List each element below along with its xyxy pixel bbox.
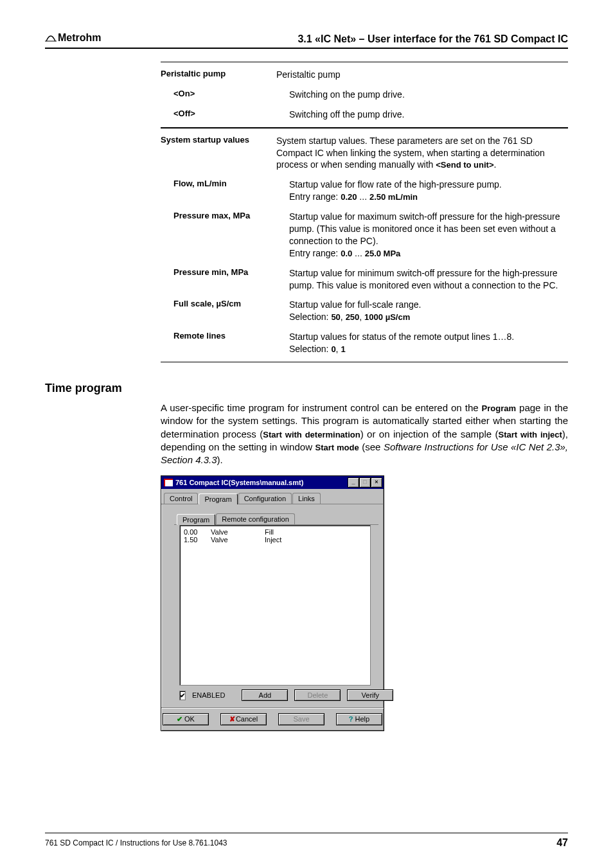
program-list[interactable]: 0.00ValveFill1.50ValveInject: [179, 525, 371, 686]
brand-text: Metrohm: [58, 32, 102, 44]
brand-logo: Metrohm: [45, 32, 102, 44]
tab-links[interactable]: Links: [292, 493, 321, 504]
program-dialog: 761 Compact IC(Systems\manual.smt) _ □ ×…: [161, 475, 384, 731]
minimize-button[interactable]: _: [348, 477, 359, 488]
time-program-paragraph: A user-specific time program for instrum…: [161, 402, 568, 466]
definition-row: Full scale, µS/cmStartup value for full-…: [161, 295, 568, 327]
metrohm-icon: [45, 33, 57, 42]
definition-desc: Switching on the pump drive.: [289, 89, 568, 101]
program-time: 0.00: [184, 528, 211, 536]
maximize-button: □: [359, 477, 371, 488]
definition-label: System startup values: [161, 135, 276, 145]
section-title: 3.1 «IC Net» – User interface for the 76…: [298, 33, 568, 45]
definition-desc: Startup value for maximum switch-off pre…: [289, 211, 568, 260]
verify-button[interactable]: Verify: [347, 689, 393, 701]
page-footer: 761 SD Compact IC / Instructions for Use…: [45, 833, 568, 849]
program-time: 1.50: [184, 536, 211, 544]
definition-desc: Startup values for status of the remote …: [289, 331, 568, 355]
definition-label: Flow, mL/min: [161, 179, 289, 188]
outer-tabstrip: ControlProgramConfigurationLinks: [161, 489, 384, 504]
program-argument: Inject: [265, 536, 366, 544]
definition-desc: Peristaltic pump: [276, 69, 568, 81]
close-button[interactable]: ×: [371, 477, 382, 488]
program-command: Valve: [211, 536, 265, 544]
enabled-checkbox[interactable]: ✔: [179, 691, 186, 700]
enabled-label: ENABLED: [192, 691, 225, 699]
time-program-heading: Time program: [45, 382, 568, 395]
dialog-title: 761 Compact IC(Systems\manual.smt): [175, 479, 303, 486]
definition-table: Peristaltic pumpPeristaltic pump<On>Swit…: [161, 62, 568, 362]
definition-row: System startup valuesSystem startup valu…: [161, 128, 568, 175]
definition-row: <On>Switching on the pump drive.: [161, 85, 568, 105]
definition-label: Remote lines: [161, 331, 289, 341]
dialog-app-icon: [164, 479, 173, 486]
program-row[interactable]: 1.50ValveInject: [184, 536, 366, 544]
definition-row: Pressure max, MPaStartup value for maxim…: [161, 207, 568, 263]
definition-row: Peristaltic pumpPeristaltic pump: [161, 62, 568, 85]
definition-row: Pressure min, MPaStartup value for minim…: [161, 263, 568, 296]
tab-configuration[interactable]: Configuration: [238, 493, 292, 504]
page-number: 47: [556, 837, 568, 849]
program-command: Valve: [211, 528, 265, 536]
tab-program[interactable]: Program: [177, 514, 215, 525]
definition-label: <Off>: [161, 109, 289, 118]
definition-desc: Startup value for minimum switch-off pre…: [289, 267, 568, 292]
definition-row: <Off>Switching off the pump drive.: [161, 105, 568, 128]
definition-label: Peristaltic pump: [161, 69, 276, 78]
definition-row: Remote linesStartup values for status of…: [161, 327, 568, 362]
definition-label: Pressure min, MPa: [161, 267, 289, 277]
tab-program[interactable]: Program: [199, 493, 237, 504]
cancel-button[interactable]: ✘Cancel: [220, 713, 267, 725]
definition-row: Flow, mL/minStartup value for flow rate …: [161, 175, 568, 207]
tab-remote-configuration[interactable]: Remote configuration: [216, 513, 295, 524]
dialog-footer: ✔OK ✘Cancel Save ?Help: [161, 707, 384, 731]
definition-label: Pressure max, MPa: [161, 211, 289, 220]
add-button[interactable]: Add: [242, 689, 288, 701]
inner-tabstrip: ProgramRemote configuration: [174, 509, 378, 525]
program-argument: Fill: [265, 528, 366, 536]
tab-control[interactable]: Control: [164, 493, 198, 504]
ok-button[interactable]: ✔OK: [163, 713, 209, 725]
definition-desc: System startup values. These parameters …: [276, 135, 568, 172]
save-button: Save: [278, 713, 324, 725]
footer-doc-id: 761 SD Compact IC / Instructions for Use…: [45, 838, 227, 847]
program-row[interactable]: 0.00ValveFill: [184, 528, 366, 536]
delete-button: Delete: [294, 689, 341, 701]
definition-label: Full scale, µS/cm: [161, 299, 289, 308]
definition-desc: Startup value for full-scale range.Selec…: [289, 299, 568, 323]
definition-desc: Startup value for flow rate of the high-…: [289, 179, 568, 203]
definition-desc: Switching off the pump drive.: [289, 109, 568, 121]
page-header: Metrohm 3.1 «IC Net» – User interface fo…: [45, 32, 568, 49]
controls-row: ✔ ENABLED Add Delete Verify: [161, 686, 384, 707]
definition-label: <On>: [161, 89, 289, 98]
dialog-titlebar[interactable]: 761 Compact IC(Systems\manual.smt) _ □ ×: [161, 476, 384, 489]
help-button[interactable]: ?Help: [336, 713, 382, 725]
